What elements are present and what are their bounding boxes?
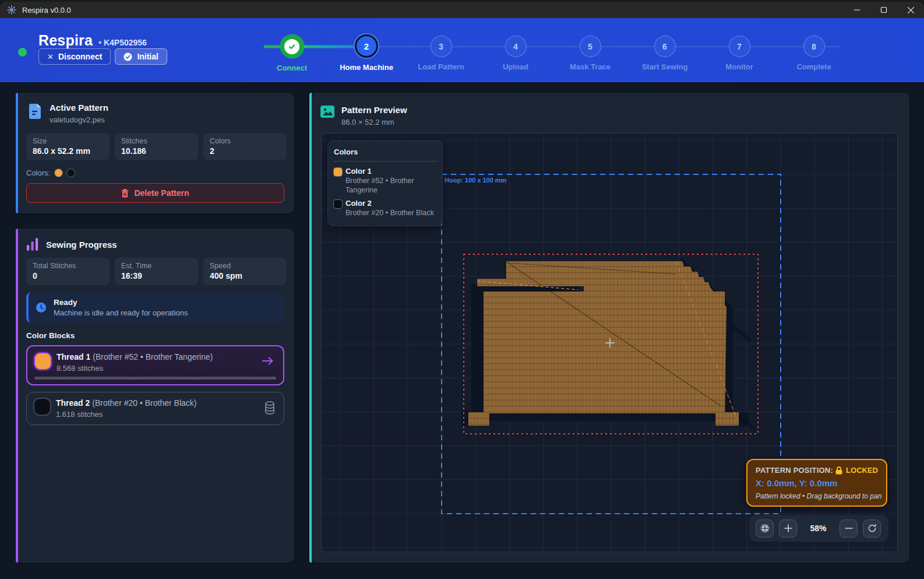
pattern-coords: X: 0.0mm, Y: 0.0mm: [756, 478, 878, 488]
legend-swatch-orange: [334, 168, 342, 176]
thread-2-swatch: [34, 399, 50, 415]
zoom-toolbar: 58%: [749, 515, 888, 542]
thread-block-1[interactable]: Thread 1 (Brother #52 • Brother Tangerin…: [26, 345, 284, 385]
sewing-progress-card: Sewing Progress Total Stitches 0 Est. Ti…: [16, 229, 294, 563]
reset-view-button[interactable]: [863, 520, 881, 538]
color-dot-orange: [55, 169, 62, 177]
stat-size: Size 86.0 x 52.2 mm: [26, 133, 110, 160]
status-title: Ready: [54, 298, 188, 307]
legend-swatch-black: [334, 200, 342, 208]
thread-1-name: Thread 1: [57, 352, 90, 362]
card-accent-blue: [16, 93, 18, 213]
disconnect-button[interactable]: ✕ Disconnect: [38, 48, 111, 65]
brand-title: Respira: [38, 32, 93, 49]
status-message: Machine is idle and ready for operations: [54, 308, 188, 317]
step-mask-trace[interactable]: 5 Mask Trace: [553, 28, 627, 71]
check-icon: [284, 39, 299, 54]
step-load-pattern[interactable]: 3 Load Pattern: [404, 28, 478, 71]
machine-serial: K4P502956: [98, 38, 147, 47]
active-pattern-card: Active Pattern valetudogv2.pes Size 86.0…: [16, 93, 294, 213]
lock-icon: [835, 466, 842, 475]
database-icon: [264, 401, 275, 416]
sewing-progress-title: Sewing Progress: [46, 240, 117, 250]
initial-button[interactable]: Initial: [115, 48, 167, 65]
active-pattern-title: Active Pattern: [50, 103, 108, 113]
step-upload[interactable]: 4 Upload: [478, 28, 553, 71]
thread-2-detail: (Brother #20 • Brother Black): [92, 398, 196, 408]
stat-stitches: Stitches 10.186: [115, 133, 198, 160]
pattern-filename: valetudogv2.pes: [50, 115, 108, 124]
window-titlebar: Respira v0.0.0: [0, 2, 924, 18]
colors-label: Colors:: [26, 169, 50, 177]
step-complete[interactable]: 8 Complete: [777, 28, 851, 71]
window-title: Respira v0.0.0: [22, 6, 71, 15]
machine-status-box: Ready Machine is idle and ready for oper…: [26, 293, 284, 322]
maximize-button[interactable]: [870, 2, 897, 18]
thread-block-2[interactable]: Thread 2 (Brother #20 • Brother Black) 1…: [26, 392, 284, 425]
workflow-stepper: Connect 2 Home Machine 3 Load Pattern 4 …: [255, 28, 851, 70]
bar-chart-icon: [27, 238, 39, 251]
document-icon: [29, 103, 43, 120]
fit-view-button[interactable]: [756, 520, 774, 538]
stat-speed: Speed 400 spm: [203, 258, 287, 285]
stat-est-time: Est. Time 16:39: [115, 258, 198, 285]
pattern-preview-panel: Pattern Preview 86.0 × 52.2 mm Hoop: 10: [309, 93, 909, 563]
panel-accent-teal: [309, 93, 312, 563]
step-connect[interactable]: Connect: [255, 28, 329, 72]
connection-status-dot: [18, 48, 27, 57]
clock-icon: [36, 303, 46, 313]
thread-1-stitches: 8.568 stitches: [57, 364, 213, 373]
preview-dimensions: 86.0 × 52.2 mm: [341, 118, 407, 127]
thread-1-progress-bar: [34, 377, 276, 380]
step-start-sewing[interactable]: 6 Start Sewing: [627, 28, 702, 71]
stat-colors: Colors 2: [203, 133, 287, 160]
legend-entry-1: Color 1 Brother #52 • Brother Tangerine: [334, 167, 438, 195]
step-home-machine[interactable]: 2 Home Machine: [329, 28, 404, 72]
close-button[interactable]: [897, 2, 924, 18]
legend-title: Colors: [334, 148, 438, 156]
image-icon: [320, 106, 334, 118]
card-accent-purple: [16, 229, 18, 563]
main-content: Active Pattern valetudogv2.pes Size 86.0…: [0, 82, 924, 579]
app-icon: [6, 5, 17, 15]
stat-total-stitches: Total Stitches 0: [26, 258, 110, 285]
legend-entry-2: Color 2 Brother #20 • Brother Black: [334, 199, 438, 218]
arrow-right-icon: [262, 356, 274, 366]
color-dot-black: [67, 169, 75, 177]
delete-pattern-button[interactable]: Delete Pattern: [26, 183, 284, 203]
hoop-label: Hoop: 100 x 100 mm: [445, 177, 507, 184]
pattern-position-label: PATTERN POSITION:: [756, 466, 833, 475]
preview-canvas[interactable]: Hoop: 100 x 100 mm: [321, 133, 898, 552]
thread-1-swatch: [35, 353, 51, 369]
pattern-lock-hint: Pattern locked • Drag background to pan: [756, 492, 878, 500]
locked-badge: LOCKED: [835, 466, 878, 475]
thread-2-stitches: 1.618 stitches: [56, 410, 196, 419]
zoom-out-button[interactable]: [840, 520, 858, 538]
zoom-in-button[interactable]: [779, 520, 797, 538]
color-blocks-label: Color Blocks: [26, 331, 75, 340]
trash-icon: [121, 189, 129, 198]
pattern-position-overlay: PATTERN POSITION: LOCKED X: 0.0mm, Y: 0.…: [746, 459, 887, 507]
step-monitor[interactable]: 7 Monitor: [702, 28, 777, 71]
zoom-level: 58%: [802, 524, 834, 533]
preview-title: Pattern Preview: [341, 105, 407, 115]
thread-1-detail: (Brother #52 • Brother Tangerine): [93, 352, 213, 362]
check-circle-icon: [124, 52, 132, 61]
colors-legend: Colors Color 1 Brother #52 • Brother Tan…: [327, 141, 443, 226]
close-x-icon: ✕: [47, 52, 54, 61]
minimize-button[interactable]: [844, 2, 870, 18]
thread-2-name: Thread 2: [56, 398, 90, 408]
app-header: Respira K4P502956 ✕ Disconnect Initial: [0, 18, 924, 82]
